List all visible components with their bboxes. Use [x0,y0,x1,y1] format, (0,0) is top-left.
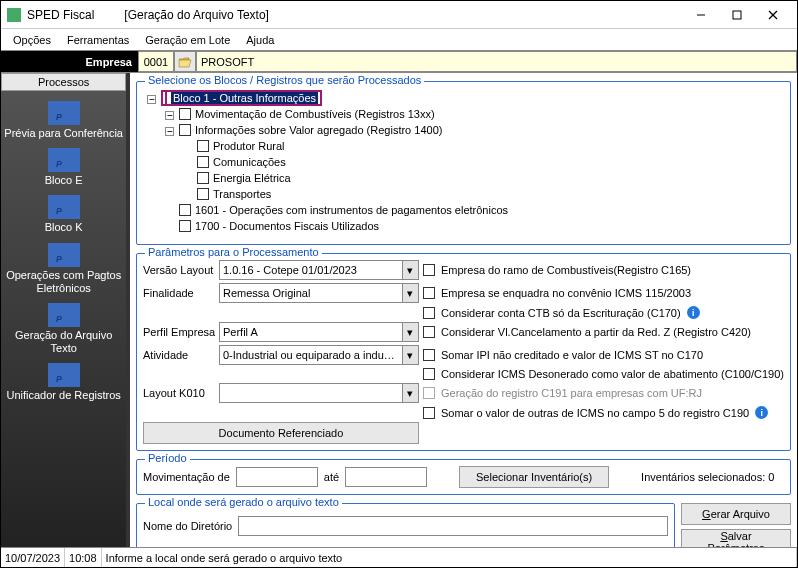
checkbox[interactable] [197,140,209,152]
blocos-legend: Selecione os Blocos / Registros que serã… [145,74,424,86]
atividade-combo[interactable]: ▾ [219,345,419,365]
mov-ate-input[interactable] [345,467,427,487]
checkbox[interactable] [197,156,209,168]
inventarios-selecionados: Inventários selecionados: 0 [641,471,774,483]
app-icon [7,8,21,22]
checkbox[interactable] [179,204,191,216]
atividade-label: Atividade [143,349,215,361]
perfil-combo[interactable]: ▾ [219,322,419,342]
versao-combo[interactable]: ▾ [219,260,419,280]
window-subtitle: [Geração do Arquivo Texto] [124,8,269,22]
p-icon: P [48,101,80,125]
checkbox[interactable] [197,188,209,200]
checkbox[interactable] [423,368,435,380]
checkbox[interactable] [197,172,209,184]
svg-rect-12 [48,303,80,327]
gerar-arquivo-button[interactable]: Gerar Arquivo [681,503,791,525]
menu-lote[interactable]: Geração em Lote [137,32,238,48]
params-fieldset: Parâmetros para o Processamento Versão L… [136,253,791,451]
sidebar-item-pagtos[interactable]: P Operações com Pagtos Eletrônicos [1,239,126,299]
perfil-input[interactable] [220,323,402,341]
svg-text:P: P [56,314,62,324]
k010-input[interactable] [220,384,402,402]
finalidade-combo[interactable]: ▾ [219,283,419,303]
svg-rect-8 [48,195,80,219]
sidebar-header[interactable]: Processos [1,73,126,91]
maximize-button[interactable] [719,3,755,27]
tree-node[interactable]: 1700 - Documentos Fiscais Utilizados [195,220,379,232]
tree-node[interactable]: Movimentação de Combustíveis (Registros … [195,108,435,120]
empresa-code[interactable]: 0001 [138,51,174,72]
svg-rect-1 [733,11,741,19]
checkbox[interactable] [179,220,191,232]
chevron-down-icon[interactable]: ▾ [402,284,418,302]
tree-node[interactable]: Informações sobre Valor agregado (Regist… [195,124,442,136]
sidebar-item-label: Bloco K [45,221,83,234]
chevron-down-icon[interactable]: ▾ [402,384,418,402]
checkbox[interactable] [423,264,435,276]
status-message: Informe a local onde será gerado o arqui… [102,548,797,567]
checkbox[interactable] [423,307,435,319]
checkbox[interactable] [423,349,435,361]
svg-rect-14 [48,363,80,387]
tree[interactable]: ‒Bloco 1 - Outras Informações ‒Movimenta… [143,88,784,238]
diretorio-input[interactable] [238,516,668,536]
atividade-input[interactable] [220,346,402,364]
menu-ajuda[interactable]: Ajuda [238,32,282,48]
sidebar-item-label: Prévia para Conferência [4,127,123,140]
empresa-bar: Empresa 0001 PROSOFT [1,51,797,73]
perfil-label: Perfil Empresa [143,326,215,338]
info-icon[interactable]: i [687,306,700,319]
sidebar-item-label: Geração do Arquivo Texto [3,329,124,355]
svg-text:P: P [56,254,62,264]
sidebar-item-previa[interactable]: P Prévia para Conferência [1,97,126,144]
tree-root[interactable]: Bloco 1 - Outras Informações [171,92,318,104]
salvar-parametros-button[interactable]: Salvar Parâmetros [681,529,791,547]
params-legend: Parâmetros para o Processamento [145,246,322,258]
checkbox[interactable] [179,108,191,120]
finalidade-input[interactable] [220,284,402,302]
checkbox[interactable] [423,407,435,419]
sidebar-item-geracao[interactable]: P Geração do Arquivo Texto [1,299,126,359]
check-label: Considerar conta CTB só da Escrituração … [441,307,681,319]
close-button[interactable] [755,3,791,27]
status-date: 10/07/2023 [1,548,65,567]
k010-combo[interactable]: ▾ [219,383,419,403]
check-label: Geração do registro C191 para empresas c… [441,387,702,399]
chevron-down-icon[interactable]: ▾ [402,323,418,341]
minimize-button[interactable] [683,3,719,27]
info-icon[interactable]: i [755,406,768,419]
sidebar-item-unificador[interactable]: P Unificador de Registros [1,359,126,406]
p-icon: P [48,148,80,172]
menu-ferramentas[interactable]: Ferramentas [59,32,137,48]
tree-node[interactable]: Comunicações [213,156,286,168]
selecionar-inventario-button[interactable]: Selecionar Inventário(s) [459,466,609,488]
chevron-down-icon[interactable]: ▾ [402,261,418,279]
titlebar: SPED Fiscal [Geração do Arquivo Texto] [1,1,797,29]
checkbox[interactable] [423,326,435,338]
documento-referenciado-button[interactable]: Documento Referenciado [143,422,419,444]
sidebar-item-blocoe[interactable]: P Bloco E [1,144,126,191]
checkbox[interactable] [179,124,191,136]
folder-open-icon[interactable] [174,51,196,72]
p-icon: P [48,303,80,327]
p-icon: P [48,243,80,267]
tree-node[interactable]: 1601 - Operações com instrumentos de pag… [195,204,508,216]
tree-node[interactable]: Transportes [213,188,271,200]
p-icon: P [48,195,80,219]
sidebar-item-blocok[interactable]: P Bloco K [1,191,126,238]
local-legend: Local onde será gerado o arquivo texto [145,496,342,508]
svg-text:P: P [56,375,62,385]
menubar: Opções Ferramentas Geração em Lote Ajuda [1,29,797,51]
menu-opcoes[interactable]: Opções [5,32,59,48]
svg-text:P: P [56,159,62,169]
tree-node[interactable]: Produtor Rural [213,140,285,152]
blocos-fieldset: Selecione os Blocos / Registros que serã… [136,81,791,245]
sidebar-item-label: Unificador de Registros [6,389,120,402]
checkbox[interactable] [423,287,435,299]
mov-de-input[interactable] [236,467,318,487]
chevron-down-icon[interactable]: ▾ [402,346,418,364]
versao-input[interactable] [220,261,402,279]
checkbox[interactable] [165,91,167,105]
tree-node[interactable]: Energia Elétrica [213,172,291,184]
